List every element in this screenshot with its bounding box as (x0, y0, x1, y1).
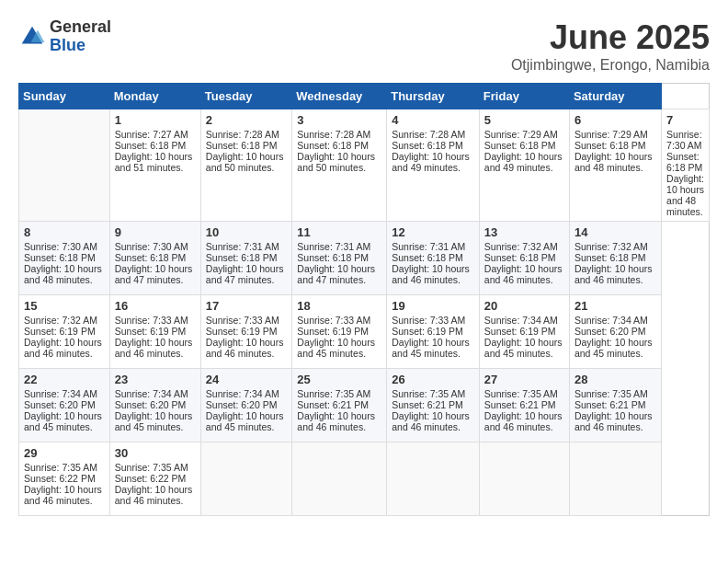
sunrise-time: Sunrise: 7:28 AM (392, 129, 465, 140)
calendar-cell: 12Sunrise: 7:31 AMSunset: 6:18 PMDayligh… (387, 222, 480, 295)
day-number: 2 (206, 113, 288, 127)
sunrise-time: Sunrise: 7:35 AM (484, 388, 558, 399)
day-number: 29 (24, 446, 105, 460)
daylight-label: Daylight: 10 hours and 51 minutes. (115, 151, 193, 173)
sunrise-time: Sunrise: 7:29 AM (484, 129, 558, 140)
day-number: 21 (574, 299, 656, 313)
day-number: 1 (115, 113, 196, 127)
calendar-cell: 23Sunrise: 7:34 AMSunset: 6:20 PMDayligh… (109, 369, 200, 442)
sunrise-time: Sunrise: 7:35 AM (297, 388, 370, 399)
sunrise-time: Sunrise: 7:28 AM (206, 129, 279, 140)
sunrise-time: Sunrise: 7:31 AM (206, 241, 279, 252)
calendar-cell: 6Sunrise: 7:29 AMSunset: 6:18 PMDaylight… (569, 109, 661, 222)
sunset-time: Sunset: 6:18 PM (484, 252, 556, 263)
calendar-cell: 7Sunrise: 7:30 AMSunset: 6:18 PMDaylight… (662, 109, 710, 222)
sunset-time: Sunset: 6:22 PM (115, 473, 187, 484)
calendar-cell (569, 442, 661, 516)
sunset-time: Sunset: 6:18 PM (666, 151, 702, 173)
sunrise-time: Sunrise: 7:28 AM (297, 129, 370, 140)
daylight-label: Daylight: 10 hours and 46 minutes. (392, 410, 470, 432)
day-header-wednesday: Wednesday (292, 84, 387, 109)
sunset-time: Sunset: 6:19 PM (484, 326, 556, 337)
sunset-time: Sunset: 6:19 PM (297, 326, 369, 337)
sunset-time: Sunset: 6:18 PM (392, 252, 463, 263)
logo-blue-text: Blue (50, 37, 111, 55)
daylight-label: Daylight: 10 hours and 46 minutes. (574, 410, 653, 432)
day-number: 28 (574, 373, 656, 386)
sunset-time: Sunset: 6:18 PM (574, 140, 646, 151)
daylight-label: Daylight: 10 hours and 46 minutes. (484, 263, 563, 285)
sunset-time: Sunset: 6:20 PM (24, 399, 96, 410)
day-number: 26 (392, 373, 474, 386)
sunrise-time: Sunrise: 7:31 AM (297, 241, 370, 252)
calendar-cell: 21Sunrise: 7:34 AMSunset: 6:20 PMDayligh… (569, 295, 661, 369)
month-title: June 2025 (511, 18, 710, 57)
daylight-label: Daylight: 10 hours and 45 minutes. (392, 337, 470, 359)
day-header-tuesday: Tuesday (200, 84, 292, 109)
day-header-sunday: Sunday (19, 84, 110, 109)
daylight-label: Daylight: 10 hours and 47 minutes. (206, 263, 284, 285)
daylight-label: Daylight: 10 hours and 48 minutes. (574, 151, 653, 173)
calendar-cell (19, 109, 110, 222)
sunset-time: Sunset: 6:21 PM (574, 399, 646, 410)
calendar-cell: 25Sunrise: 7:35 AMSunset: 6:21 PMDayligh… (292, 369, 387, 442)
day-header-monday: Monday (109, 84, 200, 109)
daylight-label: Daylight: 10 hours and 49 minutes. (392, 151, 470, 173)
logo-icon (18, 23, 46, 51)
daylight-label: Daylight: 10 hours and 46 minutes. (297, 410, 375, 432)
day-number: 24 (206, 373, 288, 386)
daylight-label: Daylight: 10 hours and 50 minutes. (297, 151, 375, 173)
sunrise-time: Sunrise: 7:33 AM (392, 315, 465, 326)
day-header-friday: Friday (479, 84, 569, 109)
calendar-cell: 15Sunrise: 7:32 AMSunset: 6:19 PMDayligh… (19, 295, 110, 369)
calendar-cell: 17Sunrise: 7:33 AMSunset: 6:19 PMDayligh… (200, 295, 292, 369)
daylight-label: Daylight: 10 hours and 50 minutes. (206, 151, 284, 173)
calendar-week-row: 8Sunrise: 7:30 AMSunset: 6:18 PMDaylight… (19, 222, 710, 295)
sunrise-time: Sunrise: 7:34 AM (206, 388, 279, 399)
sunrise-time: Sunrise: 7:34 AM (115, 388, 188, 399)
sunrise-time: Sunrise: 7:35 AM (24, 462, 97, 473)
day-number: 18 (297, 299, 381, 313)
day-number: 8 (24, 225, 105, 239)
day-number: 4 (392, 113, 474, 127)
daylight-label: Daylight: 10 hours and 46 minutes. (574, 263, 653, 285)
calendar-cell (387, 442, 480, 516)
sunrise-time: Sunrise: 7:32 AM (24, 315, 97, 326)
daylight-label: Daylight: 10 hours and 48 minutes. (24, 263, 102, 285)
sunrise-time: Sunrise: 7:35 AM (574, 388, 648, 399)
calendar-cell: 5Sunrise: 7:29 AMSunset: 6:18 PMDaylight… (479, 109, 569, 222)
sunset-time: Sunset: 6:19 PM (24, 326, 96, 337)
calendar-cell: 27Sunrise: 7:35 AMSunset: 6:21 PMDayligh… (479, 369, 569, 442)
title-block: June 2025 Otjimbingwe, Erongo, Namibia (511, 18, 710, 74)
calendar-cell: 2Sunrise: 7:28 AMSunset: 6:18 PMDaylight… (200, 109, 292, 222)
daylight-label: Daylight: 10 hours and 45 minutes. (484, 337, 563, 359)
sunset-time: Sunset: 6:19 PM (206, 326, 278, 337)
daylight-label: Daylight: 10 hours and 46 minutes. (115, 337, 193, 359)
day-number: 22 (24, 373, 105, 386)
sunset-time: Sunset: 6:20 PM (574, 326, 646, 337)
day-number: 5 (484, 113, 564, 127)
day-number: 13 (484, 225, 564, 239)
sunrise-time: Sunrise: 7:33 AM (297, 315, 370, 326)
calendar-cell: 16Sunrise: 7:33 AMSunset: 6:19 PMDayligh… (109, 295, 200, 369)
sunrise-time: Sunrise: 7:32 AM (574, 241, 648, 252)
calendar-cell: 19Sunrise: 7:33 AMSunset: 6:19 PMDayligh… (387, 295, 480, 369)
sunset-time: Sunset: 6:21 PM (484, 399, 556, 410)
sunset-time: Sunset: 6:18 PM (574, 252, 646, 263)
day-number: 16 (115, 299, 196, 313)
calendar-cell: 9Sunrise: 7:30 AMSunset: 6:18 PMDaylight… (109, 222, 200, 295)
calendar-cell: 28Sunrise: 7:35 AMSunset: 6:21 PMDayligh… (569, 369, 661, 442)
day-number: 20 (484, 299, 564, 313)
sunset-time: Sunset: 6:18 PM (115, 140, 187, 151)
sunrise-time: Sunrise: 7:33 AM (115, 315, 188, 326)
sunrise-time: Sunrise: 7:30 AM (24, 241, 97, 252)
daylight-label: Daylight: 10 hours and 46 minutes. (115, 484, 193, 506)
sunrise-time: Sunrise: 7:32 AM (484, 241, 558, 252)
sunset-time: Sunset: 6:18 PM (297, 140, 369, 151)
day-number: 17 (206, 299, 288, 313)
calendar-cell: 14Sunrise: 7:32 AMSunset: 6:18 PMDayligh… (569, 222, 661, 295)
day-number: 10 (206, 225, 288, 239)
daylight-label: Daylight: 10 hours and 45 minutes. (24, 410, 102, 432)
day-number: 30 (115, 446, 196, 460)
daylight-label: Daylight: 10 hours and 45 minutes. (297, 337, 375, 359)
